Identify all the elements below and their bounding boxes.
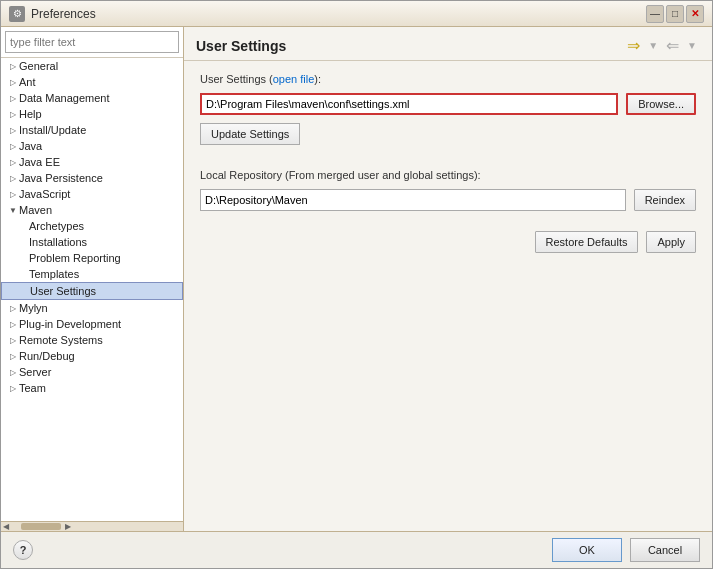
footer-left: ?: [13, 538, 544, 562]
sidebar-item-templates[interactable]: Templates: [1, 266, 183, 282]
expand-arrow: ▷: [7, 108, 19, 120]
sidebar-item-java[interactable]: ▷ Java: [1, 138, 183, 154]
sidebar-item-javascript[interactable]: ▷ JavaScript: [1, 186, 183, 202]
apply-button[interactable]: Apply: [646, 231, 696, 253]
maximize-button[interactable]: □: [666, 5, 684, 23]
sidebar-item-label: Remote Systems: [19, 334, 103, 346]
sidebar-item-java-ee[interactable]: ▷ Java EE: [1, 154, 183, 170]
panel-content: User Settings (open file): Browse... Upd…: [184, 61, 712, 531]
preferences-window: ⚙ Preferences — □ ✕ ▷ General ▷ Ant: [0, 0, 713, 569]
sidebar-item-problem-reporting[interactable]: Problem Reporting: [1, 250, 183, 266]
expand-arrow: ▷: [7, 188, 19, 200]
main-content-area: ▷ General ▷ Ant ▷ Data Management ▷ Help…: [1, 27, 712, 531]
sidebar-item-label: Mylyn: [19, 302, 48, 314]
sidebar-item-installations[interactable]: Installations: [1, 234, 183, 250]
user-settings-label: User Settings (open file):: [200, 73, 696, 85]
scroll-left-btn[interactable]: ◀: [3, 522, 9, 531]
sidebar-item-label: General: [19, 60, 58, 72]
sidebar-item-team[interactable]: ▷ Team: [1, 380, 183, 396]
update-settings-button[interactable]: Update Settings: [200, 123, 300, 145]
sidebar-item-mylyn[interactable]: ▷ Mylyn: [1, 300, 183, 316]
ok-button[interactable]: OK: [552, 538, 622, 562]
filter-input[interactable]: [5, 31, 179, 53]
sidebar-item-run-debug[interactable]: ▷ Run/Debug: [1, 348, 183, 364]
nav-buttons: ⇒ ▼ ⇐ ▼: [624, 35, 700, 56]
user-settings-label-end: ):: [314, 73, 321, 85]
nav-dropdown[interactable]: ▼: [645, 39, 661, 52]
sidebar-item-label: Java EE: [19, 156, 60, 168]
expand-arrow: ▷: [7, 302, 19, 314]
sidebar-item-ant[interactable]: ▷ Ant: [1, 74, 183, 90]
reindex-button[interactable]: Reindex: [634, 189, 696, 211]
expand-arrow: ▷: [7, 156, 19, 168]
sidebar-item-maven[interactable]: ▼ Maven: [1, 202, 183, 218]
sidebar-item-label: User Settings: [30, 285, 96, 297]
nav-back[interactable]: ⇐: [663, 35, 682, 56]
nav-dropdown2[interactable]: ▼: [684, 39, 700, 52]
expand-arrow: ▷: [7, 140, 19, 152]
sidebar: ▷ General ▷ Ant ▷ Data Management ▷ Help…: [1, 27, 184, 531]
sidebar-item-label: JavaScript: [19, 188, 70, 200]
expand-arrow: ▷: [7, 350, 19, 362]
sidebar-item-help[interactable]: ▷ Help: [1, 106, 183, 122]
sidebar-item-java-persistence[interactable]: ▷ Java Persistence: [1, 170, 183, 186]
settings-path-input[interactable]: [200, 93, 618, 115]
sidebar-item-label: Install/Update: [19, 124, 86, 136]
sidebar-item-archetypes[interactable]: Archetypes: [1, 218, 183, 234]
expand-arrow: ▷: [7, 318, 19, 330]
title-bar-left: ⚙ Preferences: [9, 6, 96, 22]
sidebar-item-data-management[interactable]: ▷ Data Management: [1, 90, 183, 106]
right-panel: User Settings ⇒ ▼ ⇐ ▼ User Settings (ope…: [184, 27, 712, 531]
expand-arrow: ▷: [7, 60, 19, 72]
horizontal-scrollbar[interactable]: ◀ ▶: [1, 521, 183, 531]
sidebar-item-label: Installations: [29, 236, 87, 248]
sidebar-item-remote-systems[interactable]: ▷ Remote Systems: [1, 332, 183, 348]
local-repo-input[interactable]: [200, 189, 626, 211]
sidebar-item-label: Maven: [19, 204, 52, 216]
local-repo-section: Local Repository (From merged user and g…: [200, 169, 696, 211]
filter-box: [1, 27, 183, 58]
expand-arrow: ▷: [7, 124, 19, 136]
panel-title: User Settings: [196, 38, 286, 54]
sidebar-item-label: Problem Reporting: [29, 252, 121, 264]
panel-header: User Settings ⇒ ▼ ⇐ ▼: [184, 27, 712, 61]
sidebar-item-server[interactable]: ▷ Server: [1, 364, 183, 380]
sidebar-item-label: Help: [19, 108, 42, 120]
sidebar-item-label: Java: [19, 140, 42, 152]
window-icon: ⚙: [9, 6, 25, 22]
help-button[interactable]: ?: [13, 540, 33, 560]
expand-arrow: ▼: [7, 204, 19, 216]
minimize-button[interactable]: —: [646, 5, 664, 23]
cancel-button[interactable]: Cancel: [630, 538, 700, 562]
user-settings-section: User Settings (open file): Browse... Upd…: [200, 73, 696, 161]
scroll-thumb[interactable]: [21, 523, 61, 530]
nav-forward-yellow[interactable]: ⇒: [624, 35, 643, 56]
title-bar: ⚙ Preferences — □ ✕: [1, 1, 712, 27]
sidebar-item-label: Run/Debug: [19, 350, 75, 362]
browse-button[interactable]: Browse...: [626, 93, 696, 115]
sidebar-item-plugin-development[interactable]: ▷ Plug-in Development: [1, 316, 183, 332]
user-settings-label-text: User Settings (: [200, 73, 273, 85]
sidebar-item-install-update[interactable]: ▷ Install/Update: [1, 122, 183, 138]
sidebar-item-label: Data Management: [19, 92, 110, 104]
expand-arrow: ▷: [7, 334, 19, 346]
panel-action-buttons: Restore Defaults Apply: [200, 211, 696, 253]
sidebar-item-general[interactable]: ▷ General: [1, 58, 183, 74]
local-repo-label: Local Repository (From merged user and g…: [200, 169, 696, 181]
close-button[interactable]: ✕: [686, 5, 704, 23]
open-file-link[interactable]: open file: [273, 73, 315, 85]
expand-arrow: ▷: [7, 76, 19, 88]
expand-arrow: ▷: [7, 92, 19, 104]
dialog-footer: ? OK Cancel: [1, 531, 712, 568]
sidebar-item-label: Ant: [19, 76, 36, 88]
settings-path-row: Browse...: [200, 93, 696, 115]
sidebar-item-label: Plug-in Development: [19, 318, 121, 330]
expand-arrow: ▷: [7, 382, 19, 394]
scroll-right-btn[interactable]: ▶: [65, 522, 71, 531]
expand-arrow: ▷: [7, 366, 19, 378]
sidebar-item-label: Team: [19, 382, 46, 394]
local-repo-row: Reindex: [200, 189, 696, 211]
sidebar-item-user-settings[interactable]: User Settings: [1, 282, 183, 300]
tree: ▷ General ▷ Ant ▷ Data Management ▷ Help…: [1, 58, 183, 521]
restore-defaults-button[interactable]: Restore Defaults: [535, 231, 639, 253]
